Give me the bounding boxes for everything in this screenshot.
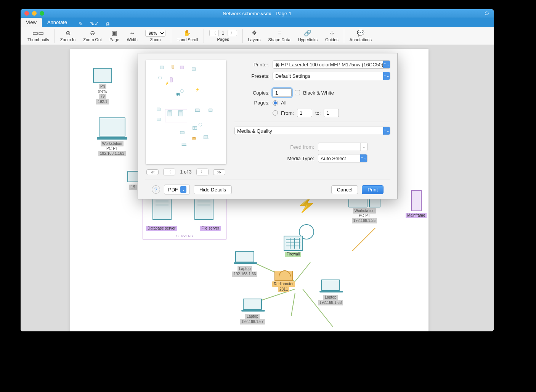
pages-from-label: From: <box>281 110 294 116</box>
zoom-in-button[interactable]: ⊕Zoom In <box>56 29 79 43</box>
print-preview: ⚡ ⚡ <box>146 60 226 164</box>
node-printer[interactable]: Pri (netw 79 192.1 <box>93 68 112 104</box>
pdf-dropdown[interactable]: PDF⌄ <box>164 185 190 194</box>
presets-select[interactable]: Default Settings⌃⌄ <box>273 72 390 80</box>
cancel-button[interactable]: Cancel <box>331 185 358 194</box>
window-title: Network scheme.vsdx - Page-1 <box>21 11 494 16</box>
print-dialog: ⚡ ⚡ <box>138 53 398 199</box>
print-button[interactable]: Print <box>362 185 384 194</box>
svg-line-3 <box>291 293 295 316</box>
node-firewall[interactable]: Firewall <box>284 236 303 257</box>
guides-button[interactable]: ⊹Guides <box>321 29 342 43</box>
tab-view[interactable]: View <box>21 18 42 27</box>
presets-label: Presets: <box>234 73 270 79</box>
node-laptop-3[interactable]: Laptop192.168.1.68 <box>318 280 343 305</box>
svg-line-5 <box>352 228 402 251</box>
svg-line-6 <box>352 228 390 251</box>
node-workstation-1[interactable]: Workstation PC-PT 192.168.1.163 <box>97 117 127 156</box>
annotations-button[interactable]: 💬Annotations <box>346 29 376 43</box>
preview-counter: 1 of 3 <box>180 169 191 175</box>
copies-label: Copies: <box>234 90 270 96</box>
feedback-icon[interactable]: ☺ <box>484 10 490 17</box>
feed-from-select[interactable]: ⌄ <box>318 143 367 151</box>
print-icon[interactable]: ⎙ <box>106 21 109 27</box>
pages-label: Pages: <box>234 100 270 106</box>
signature-icon[interactable]: ✎ <box>79 21 83 27</box>
zoom-value-select[interactable]: 98% <box>145 30 165 37</box>
app-window: Network scheme.vsdx - Page-1 ☺ View Anno… <box>21 9 494 331</box>
hide-details-button[interactable]: Hide Details <box>194 185 232 194</box>
hand-scroll-button[interactable]: ✋Hand Scroll <box>173 29 202 43</box>
svg-line-1 <box>295 262 310 281</box>
pages-nav: 〈 1 〉 Pages <box>205 29 241 42</box>
current-page: 1 <box>222 31 225 36</box>
toolbar: ▭▭Thumbnails ⊕Zoom In ⊖Zoom Out ▣Page ↔W… <box>21 27 494 45</box>
fit-page-button[interactable]: ▣Page <box>106 29 123 43</box>
node-radiorouter[interactable]: Radiorouter 2811 <box>272 266 295 292</box>
printer-label: Printer: <box>234 62 270 67</box>
stamp-icon[interactable]: ✎✓ <box>90 21 99 27</box>
copies-input[interactable] <box>273 88 292 97</box>
thumbnails-button[interactable]: ▭▭Thumbnails <box>24 29 53 43</box>
node-mainframe[interactable]: Mainframe <box>406 190 427 218</box>
db-server-label: Database server <box>146 226 177 231</box>
media-type-label: Media Type: <box>287 156 314 161</box>
pages-all-radio[interactable] <box>273 100 278 106</box>
node-workstation-2[interactable]: 19 <box>127 171 139 190</box>
zoom-out-button[interactable]: ⊖Zoom Out <box>79 29 106 43</box>
file-server-label: File server <box>200 226 221 231</box>
pages-range-radio[interactable] <box>273 110 278 116</box>
tab-annotate[interactable]: Annotate <box>42 18 72 27</box>
bw-label: Black & White <box>303 90 334 96</box>
titlebar: Network scheme.vsdx - Page-1 ☺ <box>21 9 494 18</box>
pages-all-label: All <box>281 100 286 106</box>
preview-next-button[interactable]: 〉 <box>196 169 209 175</box>
hyperlinks-button[interactable]: 🔗Hyperlinks <box>294 29 321 43</box>
section-select[interactable]: Media & Quality⌃⌄ <box>234 127 390 135</box>
preview-first-button[interactable]: ≪ <box>146 169 159 175</box>
layers-button[interactable]: ❖Layers <box>244 29 265 43</box>
help-button[interactable]: ? <box>152 185 160 194</box>
prev-page-button[interactable]: 〈 <box>209 30 219 36</box>
fit-width-button[interactable]: ↔Width <box>123 29 141 43</box>
pages-from-input[interactable] <box>297 109 312 117</box>
preview-prev-button[interactable]: 〈 <box>163 169 175 175</box>
node-laptop-1[interactable]: Laptop192.168.1.66 <box>232 251 257 277</box>
media-type-select[interactable]: Auto Select⌃⌄ <box>318 154 367 162</box>
preview-last-button[interactable]: ≫ <box>213 169 225 175</box>
pages-to-input[interactable] <box>324 109 339 117</box>
servers-caption: SERVERS <box>143 234 226 238</box>
bw-checkbox[interactable] <box>295 90 300 95</box>
node-laptop-2[interactable]: Laptop192.168.1.67 <box>240 299 265 325</box>
pages-to-label: to: <box>315 110 321 116</box>
next-page-button[interactable]: 〉 <box>228 30 237 36</box>
mode-tabbar: View Annotate ✎ ✎✓ ⎙ <box>21 18 494 27</box>
shape-data-button[interactable]: ≡Shape Data <box>265 29 294 43</box>
zoom-select[interactable]: 98%Zoom <box>141 29 169 43</box>
feed-from-label: Feed from: <box>290 144 314 150</box>
printer-select[interactable]: ◉HP LaserJet 100 colorMFP M175nw (16CC50… <box>273 60 390 69</box>
